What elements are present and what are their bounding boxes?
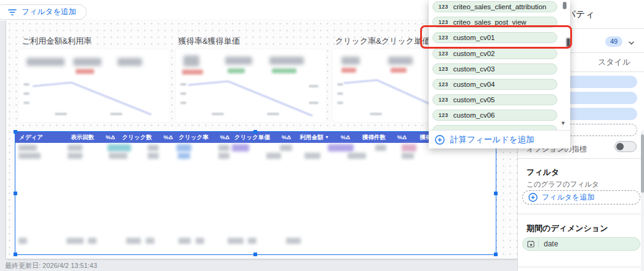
blurred-cell: [108, 144, 131, 152]
field-chip[interactable]: 123criteo_sales_post_view: [432, 17, 557, 28]
dropdown-scrollbar-thumb[interactable]: [563, 2, 566, 9]
divider: [518, 267, 644, 267]
add-calculated-field-label: 計算フィールドを追加: [450, 134, 535, 145]
sort-desc-icon: ▼: [325, 135, 329, 139]
plus-circle-icon: [528, 193, 538, 202]
field-count-badge: 49: [605, 36, 622, 47]
panel-add-filter-button[interactable]: フィルタを追加: [522, 190, 640, 204]
blurred-cell: [402, 153, 414, 159]
numeric-type-icon: 123: [439, 51, 448, 57]
add-filter-button[interactable]: フィルタを追加: [0, 4, 87, 20]
blurred-cell: [126, 238, 141, 244]
col-header[interactable]: メディア: [15, 132, 62, 143]
col-header[interactable]: %Δ: [155, 132, 176, 143]
col-header[interactable]: %Δ: [389, 132, 410, 143]
field-chip[interactable]: 123criteo_sales_client_attribution: [432, 1, 557, 12]
axis-tick: [337, 92, 343, 95]
blurred-cell: [196, 238, 204, 244]
chart-card-spend[interactable]: [19, 49, 169, 122]
selection-handle[interactable]: [494, 253, 498, 256]
date-field-label: date: [539, 240, 558, 248]
axis-tick: [23, 92, 30, 95]
selection-handle[interactable]: [14, 130, 17, 134]
axis-tick: [337, 102, 343, 104]
selection-handle[interactable]: [253, 253, 257, 256]
tab-style[interactable]: スタイル: [598, 57, 630, 68]
blurred-cell: [18, 153, 41, 159]
add-calculated-field-button[interactable]: 計算フィールドを追加: [434, 132, 535, 147]
axis-label: [212, 113, 224, 115]
blurred-cell: [18, 145, 37, 151]
blurred-cell: [266, 153, 281, 159]
col-header[interactable]: %Δ: [273, 132, 294, 143]
blurred-cell: [88, 238, 97, 244]
axis-label: [267, 113, 279, 115]
field-chip[interactable]: 123custom_cv03: [432, 63, 557, 75]
blurred-cell: [248, 238, 256, 244]
blurred-cell: [68, 145, 82, 151]
chevron-down-icon[interactable]: [627, 38, 635, 49]
divider: [429, 130, 570, 131]
data-table[interactable]: メディア 表示回数 %Δ クリック数 %Δ クリック率 %Δ クリック単価 %Δ…: [15, 132, 496, 254]
chart-title-acquisition: 獲得率&獲得単価: [178, 36, 240, 47]
trend-line: [176, 49, 326, 122]
date-dimension-chip[interactable]: date: [522, 237, 640, 251]
toggle-knob: [616, 143, 624, 150]
axis-tick: [23, 102, 30, 104]
blurred-cell: [218, 153, 229, 159]
numeric-type-icon: 123: [439, 81, 448, 87]
selection-handle[interactable]: [14, 253, 17, 256]
blurred-cell: [348, 153, 366, 159]
blurred-cell: [178, 153, 190, 159]
blurred-cell: [286, 238, 301, 244]
field-chip-partial[interactable]: [432, 125, 557, 130]
blurred-cell: [228, 238, 244, 244]
optional-metrics-toggle[interactable]: [614, 141, 637, 152]
axis-label: [370, 113, 382, 115]
col-header[interactable]: クリック単価: [233, 132, 273, 143]
axis-tick: [180, 83, 186, 86]
col-header[interactable]: %Δ: [212, 132, 233, 143]
axis-label: [110, 113, 122, 115]
col-header[interactable]: %Δ: [97, 132, 118, 143]
selection-handle[interactable]: [253, 130, 257, 134]
col-header[interactable]: %Δ: [332, 132, 353, 143]
numeric-type-icon: 123: [439, 97, 448, 103]
blurred-cell: [177, 144, 191, 152]
col-header[interactable]: クリック率: [176, 132, 212, 143]
chart-title-spend: ご利用金額&利用率: [22, 36, 92, 47]
chart-card-acquisition[interactable]: [176, 49, 326, 122]
axis-tick: [309, 102, 319, 104]
blurred-cell: [375, 145, 386, 151]
trend-line: [19, 49, 169, 122]
blurred-cell: [232, 144, 249, 152]
filter-section-subheading: このグラフのフィルタ: [527, 180, 599, 189]
field-chip[interactable]: 123custom_cv06: [432, 110, 557, 121]
calendar-icon: [523, 240, 539, 248]
selection-handle[interactable]: [14, 192, 17, 195]
numeric-type-icon: 123: [439, 66, 448, 72]
axis-tick: [23, 83, 30, 86]
field-chip-highlighted[interactable]: 123custom_cv01: [432, 32, 557, 43]
col-header[interactable]: クリック数: [118, 132, 155, 143]
last-updated-text: 最終更新日: 2026/4/2 13:51:43: [5, 261, 97, 270]
axis-tick: [337, 83, 343, 86]
field-chip[interactable]: 123custom_cv02: [432, 48, 557, 59]
blurred-cell: [68, 153, 82, 159]
field-chip[interactable]: 123custom_cv04: [432, 79, 557, 90]
col-header[interactable]: 表示回数: [62, 132, 97, 143]
field-chip[interactable]: 123custom_cv05: [432, 94, 557, 105]
col-header[interactable]: 獲得件数: [353, 132, 389, 143]
blurred-cell: [66, 238, 84, 244]
selection-handle[interactable]: [494, 192, 498, 195]
numeric-type-icon: 123: [439, 112, 448, 118]
field-list: 123criteo_sales_client_attribution 123cr…: [429, 0, 570, 130]
blurred-cell: [146, 238, 154, 244]
blurred-cell: [148, 153, 159, 159]
col-header-sorted[interactable]: 利用金額 ▼: [294, 132, 332, 143]
scroll-down-indicator[interactable]: ▼: [560, 120, 566, 126]
divider: [518, 214, 644, 214]
blurred-cell: [178, 238, 191, 244]
panel-scrollbar-thumb[interactable]: [641, 134, 644, 193]
blurred-cell: [328, 144, 354, 152]
